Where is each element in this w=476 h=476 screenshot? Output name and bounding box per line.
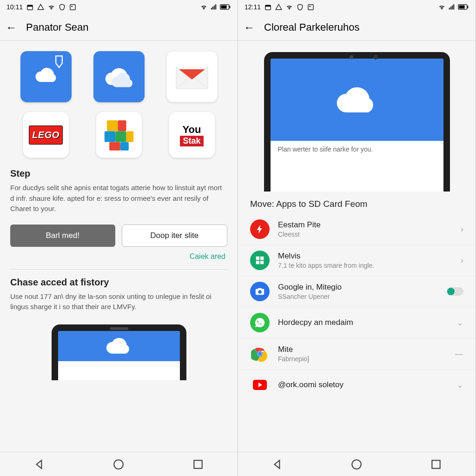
svg-rect-16 xyxy=(194,460,202,468)
list-item-title: Google in, Mitegio xyxy=(278,283,438,292)
list-item-title: @ork.oomi soletoy xyxy=(278,380,448,390)
svg-rect-14 xyxy=(120,142,128,151)
content: LEGO You Stak Step For ducdys selit she … xyxy=(0,41,238,452)
history-heading: Chase acced at fistory xyxy=(10,277,227,288)
list-item-text: Mite Fabrnepio] xyxy=(278,345,447,363)
app-youstak[interactable]: You Stak xyxy=(169,112,215,158)
shield-icon xyxy=(59,4,66,11)
svg-rect-23 xyxy=(468,6,469,8)
svg-rect-18 xyxy=(265,5,271,7)
svg-rect-34 xyxy=(432,460,440,468)
svg-rect-6 xyxy=(230,6,231,8)
status-bar: 12:11 xyxy=(238,0,476,14)
nav-home[interactable] xyxy=(112,458,125,470)
history-section: Chase acced at fistory Use nout 177 an\ … xyxy=(0,271,238,318)
nav-home[interactable] xyxy=(350,458,363,470)
list-item-text: Hordecpy an medaim xyxy=(278,318,448,327)
list-item-subtitle: SSancher Upener xyxy=(278,293,438,300)
list-item[interactable]: Eestam Pite Cleesst › xyxy=(238,214,476,245)
wifi-icon xyxy=(286,4,293,11)
app-cloud-download[interactable] xyxy=(20,51,72,102)
list-item-title: Eestam Pite xyxy=(278,220,452,230)
svg-rect-24 xyxy=(256,257,259,260)
shield-icon xyxy=(297,4,304,11)
back-button[interactable]: ← xyxy=(6,21,17,34)
warning-icon xyxy=(275,4,282,11)
app-mail[interactable] xyxy=(166,51,218,102)
svg-point-28 xyxy=(258,290,261,293)
list-item-title: Melvis xyxy=(278,251,452,261)
whatsapp-icon xyxy=(250,313,270,332)
back-button[interactable]: ← xyxy=(244,21,255,34)
hero-caption: Plan werter to siife narke for you. xyxy=(271,141,443,158)
svg-point-31 xyxy=(258,352,262,356)
svg-point-20 xyxy=(309,6,311,7)
svg-rect-11 xyxy=(115,131,126,142)
phone-right: 12:11 ← Cloreal Parkeleruhos Plan werter… xyxy=(238,0,476,476)
list-item[interactable]: Mite Fabrnepio] — xyxy=(238,338,476,370)
wifi-icon xyxy=(48,4,55,11)
svg-rect-8 xyxy=(107,120,118,131)
svg-rect-9 xyxy=(118,120,126,131)
cell-signal-icon xyxy=(448,4,455,11)
camera-icon xyxy=(250,282,270,301)
nav-bar xyxy=(0,452,238,476)
list-item[interactable]: Google in, Mitegio SSancher Upener xyxy=(238,276,476,307)
lego-label: LEGO xyxy=(29,126,63,145)
list-item-title: Mite xyxy=(278,345,447,354)
app-bar: ← Panator Sean xyxy=(0,14,238,41)
image-icon xyxy=(69,4,76,11)
nav-recent[interactable] xyxy=(430,458,442,470)
page-title: Panator Sean xyxy=(26,21,89,33)
list-item[interactable]: @ork.oomi soletoy ⌄ xyxy=(238,370,476,400)
tertiary-link[interactable]: Caiek ared xyxy=(0,250,238,267)
svg-point-33 xyxy=(352,460,362,469)
nav-bar xyxy=(238,452,476,476)
chevron-down-icon: ⌄ xyxy=(456,380,463,390)
nav-back[interactable] xyxy=(33,458,46,470)
wifi-signal-icon xyxy=(438,4,445,11)
app-cloud[interactable] xyxy=(93,51,145,102)
status-time: 12:11 xyxy=(245,3,261,11)
button-row: Barl med! Doop iter slite xyxy=(0,220,238,250)
warning-icon xyxy=(37,4,44,11)
nav-recent[interactable] xyxy=(192,458,204,470)
svg-rect-1 xyxy=(27,5,33,7)
cell-signal-icon xyxy=(210,4,217,11)
content: Plan werter to siife narke for you. Move… xyxy=(238,41,476,452)
app-list: Eestam Pite Cleesst › Melvis 7.1 te kito… xyxy=(238,214,476,400)
svg-rect-25 xyxy=(260,257,264,260)
image-icon xyxy=(307,4,314,11)
app-lego[interactable]: LEGO xyxy=(23,112,69,158)
svg-rect-26 xyxy=(256,261,259,264)
secondary-button[interactable]: Doop iter slite xyxy=(122,225,228,247)
status-bar: 10:11 xyxy=(0,0,238,14)
grid-icon xyxy=(250,251,270,270)
svg-rect-27 xyxy=(260,261,264,264)
list-item[interactable]: Melvis 7.1 te kito apps smare from ingle… xyxy=(238,245,476,276)
divider xyxy=(10,269,227,270)
phone-mock-small xyxy=(52,324,186,380)
bolt-icon xyxy=(250,219,270,239)
list-item[interactable]: Hordecpy an medaim ⌄ xyxy=(238,307,476,338)
svg-rect-19 xyxy=(308,4,313,9)
svg-rect-12 xyxy=(126,131,133,142)
dash-icon: — xyxy=(455,349,463,359)
step-section: Step For ducdys selit she apnis entat to… xyxy=(0,163,238,220)
list-item-subtitle: Fabrnepio] xyxy=(278,355,447,363)
youstak-top: You xyxy=(180,124,203,136)
youtube-icon xyxy=(250,375,270,395)
list-item-text: Google in, Mitegio SSancher Upener xyxy=(278,283,438,300)
primary-button[interactable]: Barl med! xyxy=(10,225,115,247)
list-item-text: Eestam Pite Cleesst xyxy=(278,220,452,238)
svg-point-3 xyxy=(71,6,73,7)
toggle-switch[interactable] xyxy=(447,287,463,296)
calendar-icon xyxy=(26,4,33,11)
app-bar: ← Cloreal Parkeleruhos xyxy=(238,14,476,41)
phone-mock-large: Plan werter to siife narke for you. xyxy=(264,52,450,192)
list-item-subtitle: Cleesst xyxy=(278,231,452,238)
battery-icon xyxy=(458,4,469,11)
status-time: 10:11 xyxy=(7,3,23,11)
app-blocks[interactable] xyxy=(96,112,142,158)
nav-back[interactable] xyxy=(271,458,284,470)
